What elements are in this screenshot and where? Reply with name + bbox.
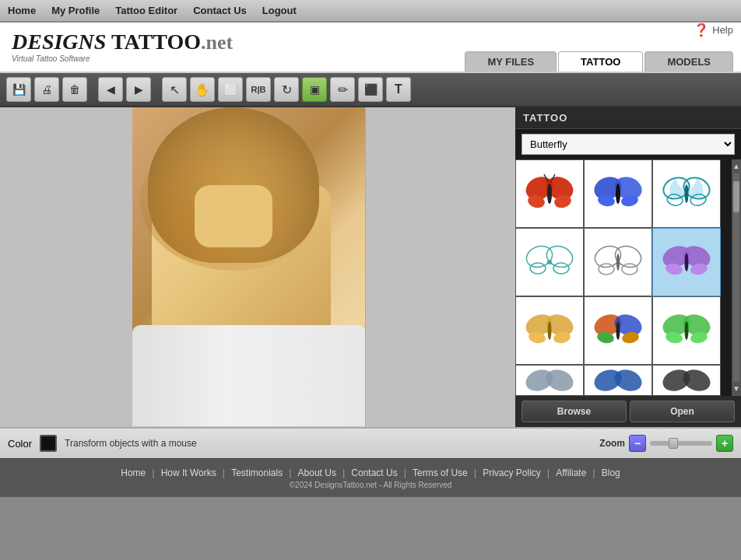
delete-button[interactable]: 🗑 [62, 77, 87, 102]
panel-header: TATTOO [515, 107, 741, 129]
gallery-item-1[interactable] [515, 159, 584, 228]
footer-privacy[interactable]: Privacy Policy [483, 467, 541, 478]
transform-tool[interactable]: ▣ [302, 77, 327, 102]
gallery-item-5[interactable] [584, 228, 652, 296]
tab-myfiles[interactable]: MY FILES [465, 51, 557, 72]
zoom-slider[interactable] [650, 441, 712, 446]
status-bar: Color Transform objects with a mouse Zoo… [0, 427, 741, 458]
scroll-down-arrow[interactable]: ▼ [732, 385, 740, 393]
svg-point-41 [548, 321, 552, 340]
footer-blog[interactable]: Blog [602, 467, 620, 478]
footer-home[interactable]: Home [121, 467, 146, 478]
footer-sep-5: | [404, 467, 406, 478]
svg-point-57 [680, 366, 714, 395]
gallery-item-8[interactable] [584, 296, 652, 365]
footer-links: Home | How It Works | Testimonials | Abo… [121, 467, 620, 478]
panel-buttons: Browse Open [515, 396, 741, 427]
canvas-image [132, 107, 366, 426]
footer-testimonials[interactable]: Testimonials [231, 467, 283, 478]
logo-title: DESIGNS TATTOO.net [12, 31, 233, 53]
scroll-up-arrow[interactable]: ▲ [732, 163, 740, 170]
nav-editor[interactable]: Tattoo Editor [115, 5, 177, 16]
footer-sep-1: | [152, 467, 154, 478]
open-button[interactable]: Open [630, 401, 735, 422]
gallery-item-10[interactable] [515, 365, 584, 396]
eraser-tool[interactable]: ⬛ [358, 77, 383, 102]
svg-point-30 [622, 264, 637, 275]
gallery-item-9[interactable] [652, 296, 721, 365]
svg-point-23 [544, 243, 576, 271]
svg-point-53 [543, 366, 577, 395]
nav-profile[interactable]: My Profile [51, 5, 100, 16]
text-tool[interactable]: T [386, 77, 411, 102]
crop-tool[interactable]: ⬜ [218, 77, 243, 102]
right-panel: TATTOO Butterfly Dragon Tribal Celtic Fl… [515, 107, 741, 427]
gallery-row-3 [515, 296, 732, 365]
logo-area: DESIGNS TATTOO.net Virtual Tattoo Softwa… [12, 23, 233, 72]
tab-tattoo[interactable]: TATTOO [558, 51, 643, 72]
rotate-tool[interactable]: ↻ [274, 77, 299, 102]
gallery-item-12[interactable] [652, 365, 721, 396]
logo-subtitle: Virtual Tattoo Software [12, 54, 233, 63]
top-navigation: Home My Profile Tattoo Editor Contact Us… [0, 0, 741, 23]
nav-logout[interactable]: Logout [262, 5, 297, 16]
footer-affiliate[interactable]: Affiliate [556, 467, 586, 478]
status-message: Transform objects with a mouse [65, 438, 592, 449]
resize-tool[interactable]: R|B [246, 77, 271, 102]
color-label: Color [8, 438, 32, 450]
gallery-item-3[interactable] [652, 159, 721, 228]
tabs-row: MY FILES TATTOO MODELS [463, 51, 733, 72]
zoom-minus-button[interactable]: − [629, 435, 646, 452]
help-button[interactable]: ❓ Help [694, 23, 733, 37]
footer-sep-6: | [474, 467, 476, 478]
gallery-item-11[interactable] [584, 365, 652, 396]
footer-contact[interactable]: Contact Us [351, 467, 397, 478]
gallery-item-2[interactable] [584, 159, 652, 228]
gallery-scrollbar[interactable]: ▲ ▼ [732, 159, 741, 396]
canvas-area[interactable] [0, 107, 515, 427]
footer-how-it-works[interactable]: How It Works [161, 467, 216, 478]
logo-tab-bar: DESIGNS TATTOO.net Virtual Tattoo Softwa… [0, 23, 741, 73]
footer-sep-3: | [289, 467, 291, 478]
footer-sep-2: | [223, 467, 225, 478]
draw-tool[interactable]: ✏ [330, 77, 355, 102]
svg-point-9 [547, 184, 552, 204]
footer-copyright: ©2024 DesignsTattoo.net - All Rights Res… [290, 481, 452, 489]
print-button[interactable]: 🖨 [34, 77, 59, 102]
gallery-item-6[interactable] [652, 228, 721, 296]
zoom-plus-button[interactable]: + [716, 435, 733, 452]
color-swatch[interactable] [40, 435, 57, 452]
footer-about[interactable]: About Us [298, 467, 336, 478]
svg-point-25 [553, 263, 569, 274]
gallery-item-7[interactable] [515, 296, 584, 365]
footer-sep-4: | [342, 467, 345, 478]
back-button[interactable]: ◀ [98, 77, 123, 102]
save-button[interactable]: 💾 [6, 77, 31, 102]
svg-point-31 [616, 254, 620, 271]
svg-point-55 [612, 366, 645, 395]
svg-point-29 [599, 264, 614, 275]
help-label: Help [712, 24, 733, 36]
main-content: TATTOO Butterfly Dragon Tribal Celtic Fl… [0, 107, 741, 427]
gallery-wrapper: ▲ ▼ [515, 159, 741, 396]
tab-models[interactable]: MODELS [644, 51, 733, 72]
footer-sep-7: | [547, 467, 550, 478]
gallery-row-2 [515, 228, 732, 296]
svg-point-26 [547, 260, 552, 264]
svg-point-21 [685, 184, 689, 203]
toolbar: 💾 🖨 🗑 ◀ ▶ ↖ ✋ ⬜ R|B ↻ ▣ ✏ ⬛ T [0, 73, 741, 107]
svg-point-22 [524, 243, 556, 271]
nav-home[interactable]: Home [8, 5, 36, 16]
browse-button[interactable]: Browse [522, 401, 627, 422]
select-tool[interactable]: ↖ [162, 77, 187, 102]
footer-terms[interactable]: Terms of Use [413, 467, 468, 478]
nav-contact[interactable]: Contact Us [193, 5, 247, 16]
move-tool[interactable]: ✋ [190, 77, 215, 102]
svg-point-16 [616, 184, 620, 204]
gallery-item-4[interactable] [515, 228, 584, 296]
svg-point-36 [685, 253, 689, 271]
zoom-slider-thumb[interactable] [669, 438, 678, 449]
forward-button[interactable]: ▶ [126, 77, 151, 102]
svg-point-51 [685, 321, 689, 340]
category-dropdown[interactable]: Butterfly Dragon Tribal Celtic Flowers S… [522, 134, 735, 155]
